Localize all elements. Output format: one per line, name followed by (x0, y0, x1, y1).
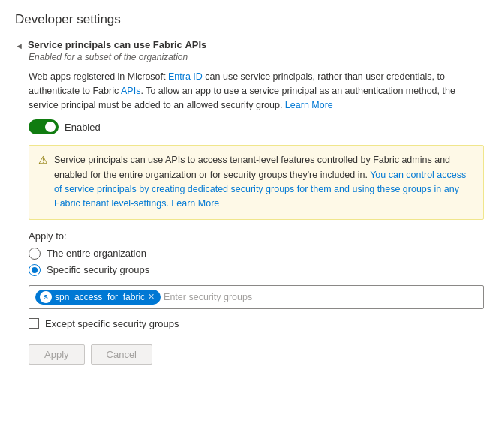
tag-text: spn_access_for_fabric (55, 292, 145, 302)
section-title-prefix: Service principals can use Fabric (28, 39, 185, 50)
learn-more-link-1[interactable]: Learn More (285, 100, 333, 110)
apis-text: APIs (121, 86, 140, 96)
radio-specific-groups-button[interactable] (29, 264, 41, 276)
radio-inner-dot (32, 267, 38, 273)
radio-specific-groups[interactable]: Specific security groups (29, 264, 484, 276)
desc-part1: Web apps registered in Microsoft (29, 71, 168, 82)
entra-link[interactable]: Entra ID (168, 71, 203, 82)
section-description: Web apps registered in Microsoft Entra I… (29, 70, 484, 112)
radio-specific-groups-label: Specific security groups (47, 264, 149, 275)
radio-entire-org[interactable]: The entire organization (29, 248, 484, 260)
learn-more-link-2[interactable]: Learn More (171, 198, 219, 209)
radio-entire-org-button[interactable] (29, 248, 41, 260)
page-title: Developer settings (15, 12, 484, 27)
section-subtitle: Enabled for a subset of the organization (29, 52, 484, 62)
except-checkbox-row[interactable]: Except specific security groups (29, 318, 484, 329)
apply-to-label: Apply to: (29, 230, 484, 242)
radio-group: The entire organization Specific securit… (29, 248, 484, 276)
toggle-label: Enabled (65, 122, 101, 133)
cancel-button[interactable]: Cancel (91, 344, 152, 365)
except-label: Except specific security groups (45, 318, 179, 329)
info-box: ⚠ Service principals can use APIs to acc… (29, 145, 484, 220)
collapse-icon[interactable]: ◄ (15, 41, 23, 50)
tag-spn-access: s spn_access_for_fabric ✕ (35, 290, 161, 305)
enabled-toggle[interactable] (29, 119, 59, 134)
tags-placeholder: Enter security groups (164, 292, 252, 302)
button-row: Apply Cancel (29, 344, 484, 365)
tag-close-button[interactable]: ✕ (148, 292, 155, 302)
apply-button[interactable]: Apply (29, 344, 85, 365)
section-header: ◄ Service principals can use Fabric APIs (15, 39, 484, 50)
radio-entire-org-label: The entire organization (47, 248, 146, 259)
info-text: Service principals can use APIs to acces… (54, 153, 474, 212)
section-title-bold: APIs (185, 39, 206, 50)
section-container: ◄ Service principals can use Fabric APIs… (15, 39, 484, 365)
warning-icon: ⚠ (38, 154, 48, 166)
section-title: Service principals can use Fabric APIs (28, 39, 206, 50)
security-groups-input[interactable]: s spn_access_for_fabric ✕ Enter security… (29, 285, 484, 309)
except-checkbox[interactable] (29, 318, 39, 329)
tag-icon: s (40, 291, 52, 303)
toggle-row: Enabled (29, 119, 484, 134)
